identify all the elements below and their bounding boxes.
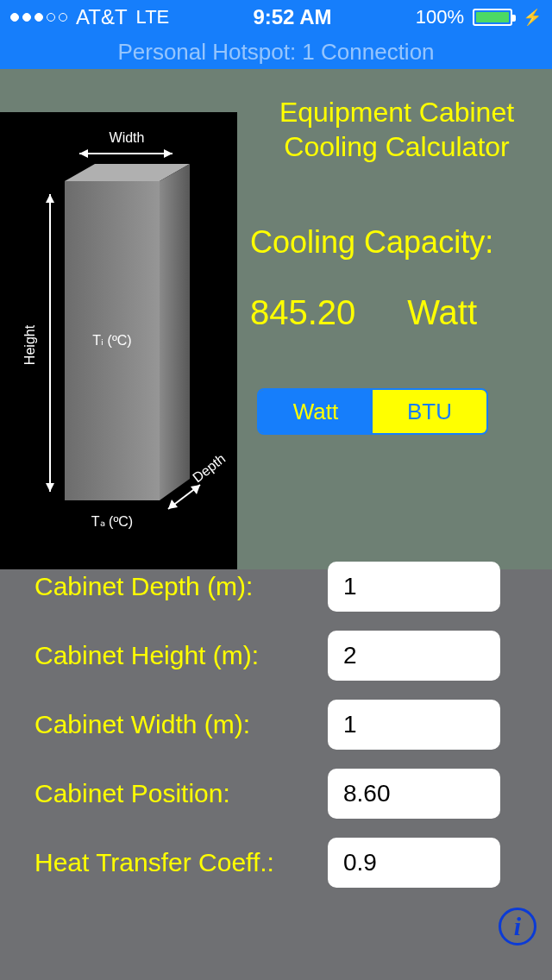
clock-label: 9:52 AM <box>253 5 331 29</box>
input-height[interactable] <box>328 631 500 681</box>
input-coeff[interactable] <box>328 838 500 888</box>
charging-icon: ⚡ <box>523 8 542 27</box>
svg-marker-7 <box>46 194 54 203</box>
diagram-ta-label: Tₐ (ºC) <box>91 514 133 529</box>
input-depth[interactable] <box>328 562 500 612</box>
diagram-width-label: Width <box>110 130 145 145</box>
status-right: 100% ⚡ <box>416 6 542 28</box>
cabinet-diagram: Width Height Depth Tᵢ (ºC) Tₐ (ºC) <box>0 112 237 569</box>
app-title: Equipment Cabinet Cooling Calculator <box>250 95 543 164</box>
svg-marker-11 <box>191 485 200 494</box>
svg-marker-4 <box>79 149 88 158</box>
signal-dots-icon <box>10 13 67 22</box>
capacity-unit: Watt <box>407 293 477 332</box>
form-area: Cabinet Depth (m): Cabinet Height (m): C… <box>0 569 552 980</box>
status-left: AT&T LTE <box>10 5 169 29</box>
diagram-ti-label: Tᵢ (ºC) <box>92 333 131 348</box>
row-coeff: Heat Transfer Coeff.: <box>34 828 526 897</box>
input-width[interactable] <box>328 700 500 750</box>
info-icon: i <box>514 912 521 941</box>
top-panel: Width Height Depth Tᵢ (ºC) Tₐ (ºC) Equip… <box>0 69 552 569</box>
diagram-depth-label: Depth <box>190 451 228 486</box>
status-bar: AT&T LTE 9:52 AM 100% ⚡ <box>0 0 552 35</box>
label-coeff: Heat Transfer Coeff.: <box>34 848 328 877</box>
row-height: Cabinet Height (m): <box>34 621 526 690</box>
unit-segmented-control[interactable]: Watt BTU <box>257 388 488 435</box>
row-width: Cabinet Width (m): <box>34 690 526 759</box>
hotspot-bar[interactable]: Personal Hotspot: 1 Connection <box>0 35 552 69</box>
svg-marker-8 <box>46 483 54 492</box>
capacity-value: 845.20 <box>250 293 355 332</box>
input-position[interactable] <box>328 769 500 819</box>
label-position: Cabinet Position: <box>34 779 328 808</box>
hotspot-label: Personal Hotspot: 1 Connection <box>117 39 434 66</box>
battery-percent: 100% <box>416 6 464 28</box>
row-position: Cabinet Position: <box>34 759 526 828</box>
label-height: Cabinet Height (m): <box>34 641 328 670</box>
carrier-label: AT&T <box>76 5 128 29</box>
label-width: Cabinet Width (m): <box>34 710 328 739</box>
row-depth: Cabinet Depth (m): <box>34 552 526 621</box>
capacity-row: 845.20 Watt <box>250 293 543 332</box>
label-depth: Cabinet Depth (m): <box>34 572 328 601</box>
title-line2: Cooling Calculator <box>250 129 543 164</box>
segment-btu[interactable]: BTU <box>373 390 486 433</box>
info-button[interactable]: i <box>499 908 536 945</box>
svg-marker-1 <box>160 164 190 500</box>
capacity-label: Cooling Capacity: <box>250 224 543 261</box>
network-label: LTE <box>136 6 170 28</box>
svg-marker-10 <box>168 499 178 509</box>
battery-icon <box>473 9 512 26</box>
segment-watt[interactable]: Watt <box>259 390 373 433</box>
title-line1: Equipment Cabinet <box>250 95 543 129</box>
svg-marker-5 <box>164 149 172 158</box>
diagram-height-label: Height <box>22 324 37 365</box>
